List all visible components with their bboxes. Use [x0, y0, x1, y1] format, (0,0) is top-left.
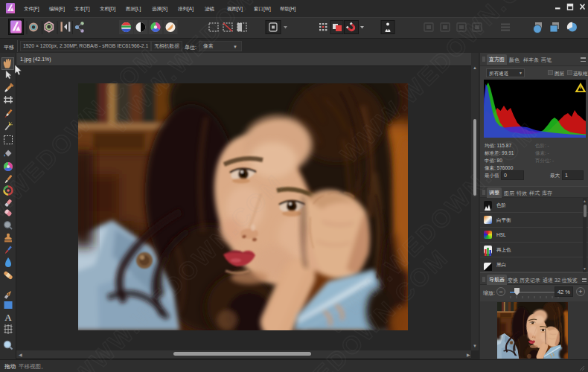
- svg-text:A: A: [4, 312, 12, 323]
